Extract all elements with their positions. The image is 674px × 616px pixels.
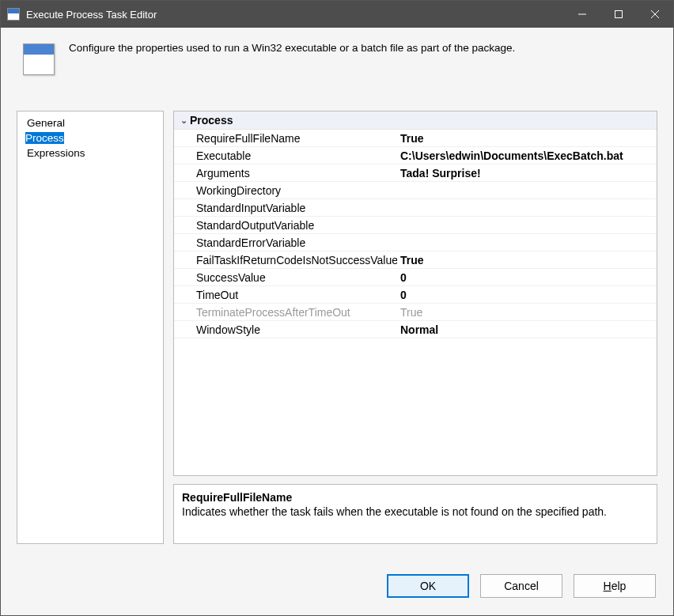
property-name: StandardErrorVariable xyxy=(174,236,397,250)
close-icon xyxy=(651,10,659,18)
description-title: RequireFullFileName xyxy=(182,491,649,504)
property-row[interactable]: TimeOut 0 xyxy=(174,286,657,304)
svg-rect-1 xyxy=(615,11,623,18)
property-value[interactable]: True xyxy=(397,131,657,145)
help-rest: elp xyxy=(612,580,627,592)
property-row[interactable]: StandardOutputVariable xyxy=(174,217,657,234)
chevron-down-icon: ⌄ xyxy=(177,115,190,126)
property-row[interactable]: RequireFullFileName True xyxy=(174,130,657,147)
property-value[interactable] xyxy=(397,207,657,209)
button-row: OK Cancel Help xyxy=(1,561,673,615)
property-group-label: Process xyxy=(190,114,233,127)
property-value[interactable] xyxy=(397,190,657,191)
ok-label: OK xyxy=(420,580,436,592)
content-area: Configure the properties used to run a W… xyxy=(1,28,673,615)
header-text: Configure the properties used to run a W… xyxy=(69,42,657,54)
property-row: TerminateProcessAfterTimeOut True xyxy=(174,304,657,321)
property-grid: ⌄ Process RequireFullFileName True Execu… xyxy=(173,111,657,476)
property-row[interactable]: SuccessValue 0 xyxy=(174,269,657,286)
cancel-label: Cancel xyxy=(504,580,539,592)
property-name: RequireFullFileName xyxy=(174,131,397,145)
property-row[interactable]: Executable C:\Users\edwin\Documents\Exec… xyxy=(174,147,657,164)
nav-panel: General Process Expressions xyxy=(17,111,164,544)
property-value[interactable]: C:\Users\edwin\Documents\ExecBatch.bat xyxy=(397,149,657,163)
property-grid-fill xyxy=(174,338,657,475)
cancel-button[interactable]: Cancel xyxy=(480,574,562,598)
minimize-button[interactable] xyxy=(564,1,600,28)
property-value[interactable]: Normal xyxy=(397,323,657,337)
property-name: FailTaskIfReturnCodeIsNotSuccessValue xyxy=(174,253,397,267)
nav-item-process[interactable]: Process xyxy=(25,132,64,144)
property-value[interactable]: Tada! Surprise! xyxy=(397,166,657,180)
property-group-header[interactable]: ⌄ Process xyxy=(174,111,657,130)
property-row[interactable]: Arguments Tada! Surprise! xyxy=(174,164,657,182)
property-name: StandardInputVariable xyxy=(174,201,397,215)
help-button[interactable]: Help xyxy=(574,574,656,598)
property-name: TerminateProcessAfterTimeOut xyxy=(174,305,397,319)
property-name: Executable xyxy=(174,149,397,163)
property-row[interactable]: StandardErrorVariable xyxy=(174,234,657,251)
property-value[interactable]: 0 xyxy=(397,270,657,285)
description-text: Indicates whether the task fails when th… xyxy=(182,505,649,518)
description-panel: RequireFullFileName Indicates whether th… xyxy=(173,484,657,544)
property-row[interactable]: WindowStyle Normal xyxy=(174,321,657,338)
nav-item-general[interactable]: General xyxy=(17,115,163,130)
ok-button[interactable]: OK xyxy=(387,574,469,598)
task-icon xyxy=(23,43,55,75)
help-accel: H xyxy=(604,580,612,592)
nav-item-expressions[interactable]: Expressions xyxy=(17,145,163,161)
maximize-icon xyxy=(615,10,623,18)
property-row[interactable]: WorkingDirectory xyxy=(174,182,657,199)
property-name: WorkingDirectory xyxy=(174,183,397,198)
right-stack: ⌄ Process RequireFullFileName True Execu… xyxy=(173,111,657,544)
titlebar: Execute Process Task Editor xyxy=(1,1,673,28)
property-value[interactable]: 0 xyxy=(397,288,657,302)
header-description: Configure the properties used to run a W… xyxy=(1,28,673,83)
minimize-icon xyxy=(578,10,586,18)
property-name: Arguments xyxy=(174,166,397,180)
close-button[interactable] xyxy=(637,1,673,28)
property-row[interactable]: StandardInputVariable xyxy=(174,199,657,217)
property-value[interactable] xyxy=(397,225,657,226)
window-icon xyxy=(7,8,20,21)
property-value[interactable] xyxy=(397,242,657,244)
dialog-window: Execute Process Task Editor Configure th… xyxy=(0,0,674,616)
property-name: TimeOut xyxy=(174,288,397,302)
window-title: Execute Process Task Editor xyxy=(26,9,564,21)
property-value[interactable]: True xyxy=(397,253,657,267)
property-name: StandardOutputVariable xyxy=(174,218,397,232)
main-panels: General Process Expressions ⌄ Process Re… xyxy=(1,83,673,561)
property-value: True xyxy=(397,305,657,319)
property-name: SuccessValue xyxy=(174,270,397,285)
property-row[interactable]: FailTaskIfReturnCodeIsNotSuccessValue Tr… xyxy=(174,251,657,269)
property-name: WindowStyle xyxy=(174,323,397,337)
maximize-button[interactable] xyxy=(600,1,637,28)
